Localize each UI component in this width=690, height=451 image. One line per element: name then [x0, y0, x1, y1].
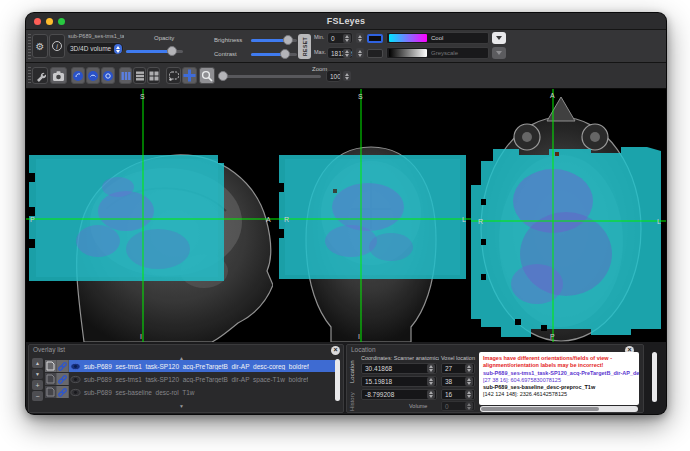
min-value-field[interactable]: 0 [327, 32, 353, 44]
overlay-save-button[interactable] [45, 386, 57, 398]
zoom-mode-button[interactable] [199, 67, 215, 84]
toolbar-grip[interactable] [28, 67, 31, 85]
current-overlay-name: sub-P689_ses-tms1_task-SI [68, 33, 124, 39]
brightness-slider[interactable] [251, 39, 297, 42]
chevron-down-icon [496, 36, 502, 40]
gear-icon: ⚙ [36, 41, 45, 52]
zoom-value-field[interactable]: 100 [326, 70, 341, 82]
voxel-z-field[interactable]: 16 [441, 389, 475, 400]
negative-colormap-selector[interactable]: Greyscale [386, 47, 489, 59]
voxel-x-value: 27 [442, 365, 465, 372]
scroll-down-hint-icon[interactable]: ▼ [179, 403, 184, 409]
overlay-type-dropdown-arrows-icon[interactable] [114, 44, 122, 54]
layout-vertical-button[interactable] [133, 67, 146, 84]
world-z-field[interactable]: -8.799208 [361, 389, 437, 400]
voxel-y-field[interactable]: 38 [441, 376, 475, 387]
overlay-save-button[interactable] [45, 360, 57, 372]
negative-colormap-dropdown-button[interactable] [492, 47, 506, 59]
sagittal-canvas[interactable]: S I P A [26, 89, 273, 342]
volume-field[interactable]: 0 [441, 401, 475, 411]
overlay-info-button[interactable]: i [49, 34, 65, 58]
overlay-link-button[interactable] [57, 373, 69, 385]
max-value-field[interactable]: 1813.497 [327, 47, 353, 59]
coronal-inferior-label: I [358, 333, 360, 340]
location-panel-scrollbar[interactable] [652, 352, 657, 402]
overlay-item-name: sub-P689_ses-tms1_task-SP120_acq-PreTarg… [81, 363, 309, 370]
world-x-field[interactable]: 30.41868 [361, 363, 437, 374]
notice-hscroll-thumb[interactable] [481, 407, 599, 411]
overlay-list-close-button[interactable]: × [331, 346, 340, 355]
screenshot-button[interactable] [50, 67, 67, 84]
reset-display-button[interactable]: RESET [298, 34, 311, 59]
eye-icon [70, 362, 81, 371]
document-icon [46, 374, 55, 384]
overlay-visibility-button[interactable] [69, 373, 81, 385]
chain-link-icon [57, 387, 68, 398]
overlay-visibility-button[interactable] [69, 360, 81, 372]
add-overlay-button[interactable]: + [32, 380, 43, 390]
tab-history[interactable]: History [349, 385, 355, 411]
voxel-x-spinner[interactable] [465, 364, 473, 373]
axial-view-icon [102, 70, 114, 82]
greyscale-colormap-bar [389, 49, 427, 57]
tab-location[interactable]: Location [349, 355, 355, 383]
world-y-value: 15.19818 [362, 378, 427, 385]
min-spinner[interactable] [343, 34, 351, 43]
contrast-slider-thumb[interactable] [280, 49, 290, 59]
overlay-link-button[interactable] [57, 386, 69, 398]
world-x-spinner[interactable] [427, 364, 435, 373]
overlay-visibility-button[interactable] [69, 386, 81, 398]
colormap-selector[interactable]: Cool [386, 32, 489, 44]
notice-hscroll-track[interactable] [480, 406, 638, 412]
location-panel-title: Location [351, 346, 376, 353]
axial-overlay [471, 147, 661, 337]
colormap-dropdown-button[interactable] [492, 32, 506, 44]
overlay-list-item[interactable]: sub-P689_ses-tms1_task-SP120_acq-PreTarg… [45, 373, 337, 385]
edit-mode-button[interactable] [166, 67, 181, 84]
overlay-type-dropdown[interactable]: 3D/4D volume [66, 42, 124, 55]
toggle-axial-button[interactable] [101, 67, 115, 84]
toggle-coronal-button[interactable] [86, 67, 100, 84]
link-range-swatch[interactable] [367, 34, 383, 43]
brightness-slider-thumb[interactable] [283, 35, 293, 45]
contrast-slider[interactable] [251, 53, 297, 56]
range-spinner-bottom[interactable] [356, 48, 364, 58]
layout-grid-button[interactable] [147, 67, 160, 84]
coronal-overlay [279, 155, 466, 279]
volume-label: Volume [409, 403, 427, 409]
down-arrow-icon: ▼ [35, 371, 40, 377]
zoom-slider[interactable] [219, 75, 321, 78]
overlay-list-item[interactable]: sub-P689_ses-tms1_task-SP120_acq-PreTarg… [45, 360, 337, 372]
zoom-spinner[interactable] [343, 71, 351, 81]
overlay-settings-button[interactable]: ⚙ [32, 34, 48, 58]
max-spinner[interactable] [343, 49, 351, 58]
toolbar-grip[interactable] [28, 34, 31, 59]
overlay-save-button[interactable] [45, 373, 57, 385]
world-z-spinner[interactable] [427, 390, 435, 399]
voxel-z-spinner[interactable] [465, 390, 473, 399]
overlay-list-scrollbar[interactable] [335, 359, 340, 401]
opacity-slider-thumb[interactable] [167, 46, 177, 56]
layout-horizontal-button[interactable] [119, 67, 132, 84]
overlay-link-button[interactable] [57, 360, 69, 372]
move-overlay-up-button[interactable]: ▲ [32, 358, 43, 368]
view-settings-button[interactable] [32, 67, 48, 84]
voxel-y-spinner[interactable] [465, 377, 473, 386]
move-overlay-down-button[interactable]: ▼ [32, 369, 43, 379]
negative-cmap-swatch[interactable] [367, 49, 383, 58]
opacity-slider[interactable] [126, 50, 183, 53]
eye-icon [70, 375, 81, 384]
coronal-canvas[interactable]: S I R L [273, 89, 471, 342]
voxel-x-field[interactable]: 27 [441, 363, 475, 374]
remove-overlay-button[interactable]: − [32, 391, 43, 401]
world-y-field[interactable]: 15.19818 [361, 376, 437, 387]
range-spinner-top[interactable] [356, 33, 364, 43]
world-y-spinner[interactable] [427, 377, 435, 386]
zoom-slider-thumb[interactable] [218, 71, 228, 81]
axial-canvas[interactable]: A P R L [471, 89, 667, 342]
volume-spinner[interactable] [465, 402, 473, 410]
eye-icon [70, 388, 81, 397]
crosshair-mode-button[interactable] [182, 67, 197, 84]
overlay-list-item[interactable]: sub-P689_ses-baseline_desc-rol_T1w [45, 386, 337, 398]
toggle-sagittal-button[interactable] [71, 67, 85, 84]
